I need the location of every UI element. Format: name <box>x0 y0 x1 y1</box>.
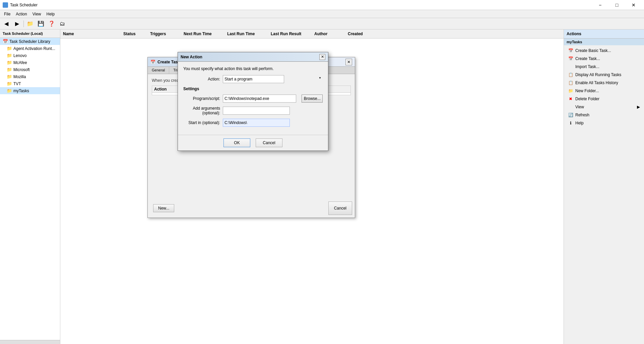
action-row: Action: Start a program Send an e-mail (… <box>183 75 323 83</box>
table-header: Name Status Triggers Next Run Time Last … <box>60 30 564 39</box>
action-label: View <box>575 105 584 109</box>
left-panel-scrollbar[interactable] <box>0 340 60 344</box>
action-new-folder[interactable]: 📁 New Folder... <box>564 87 644 95</box>
menu-file[interactable]: File <box>1 10 13 18</box>
create-task-cancel-btn[interactable]: Cancel <box>328 202 352 215</box>
args-label: Add arguments (optional): <box>183 106 220 115</box>
tree-item-mcafee[interactable]: 📁 McAfee <box>0 59 60 66</box>
tree-folder-icon: 📁 <box>7 74 12 79</box>
create-task-icon: 📅 <box>150 60 155 64</box>
actions-section: 📅 Create Basic Task... 📅 Create Task... … <box>564 45 644 128</box>
toolbar-folder[interactable]: 📁 <box>25 19 35 28</box>
action-display-running[interactable]: 📋 Display All Running Tasks <box>564 71 644 79</box>
col-last-result: Last Run Result <box>268 31 312 37</box>
toolbar-back[interactable]: ◀ <box>1 19 11 28</box>
tree-item-mozilla[interactable]: 📁 Mozilla <box>0 73 60 80</box>
action-label: Display All Running Tasks <box>575 72 621 77</box>
action-import-task[interactable]: Import Task... <box>564 63 644 71</box>
action-select[interactable]: Start a program Send an e-mail (deprecat… <box>223 75 284 83</box>
tree-folder-icon: 📁 <box>7 46 12 51</box>
args-row: Add arguments (optional): <box>183 106 323 115</box>
tree-item-label: Microsoft <box>13 67 30 72</box>
right-panel: Actions myTasks 📅 Create Basic Task... 📅… <box>564 30 644 344</box>
left-panel: Task Scheduler (Local) 📅 Task Scheduler … <box>0 30 60 344</box>
action-view[interactable]: View ▶ <box>564 103 644 111</box>
tree-folder-icon: 📁 <box>7 88 12 93</box>
new-action-footer: OK Cancel <box>178 135 328 151</box>
menu-help[interactable]: Help <box>44 10 58 18</box>
tree-item-label: Task Scheduler Library <box>9 39 50 44</box>
col-status: Status <box>121 31 147 37</box>
program-input[interactable] <box>223 95 296 103</box>
tree-item-microsoft[interactable]: 📁 Microsoft <box>0 66 60 73</box>
startin-input[interactable] <box>223 119 290 127</box>
args-input[interactable] <box>223 107 290 115</box>
view-arrow-icon: ▶ <box>637 105 640 109</box>
new-action-close-btn[interactable]: ✕ <box>319 54 325 60</box>
maximize-button[interactable]: □ <box>609 0 625 10</box>
action-refresh[interactable]: 🔄 Refresh <box>564 111 644 119</box>
tree-item-label: Lenovo <box>13 53 26 58</box>
action-create-task[interactable]: 📅 Create Task... <box>564 55 644 63</box>
tree-header: Task Scheduler (Local) <box>0 30 60 38</box>
tree-item-tvt[interactable]: 📁 TVT <box>0 80 60 87</box>
tree-item-scheduler-library[interactable]: 📅 Task Scheduler Library <box>0 38 60 45</box>
action-label: New Folder... <box>575 89 599 93</box>
import-icon <box>568 64 573 69</box>
new-action-dialog: New Action ✕ You must specify what actio… <box>178 52 328 151</box>
toolbar-save[interactable]: 💾 <box>36 19 46 28</box>
col-name: Name <box>60 31 121 37</box>
cancel-button[interactable]: Cancel <box>256 138 282 147</box>
view-icon <box>568 104 573 110</box>
ok-button[interactable]: OK <box>223 138 250 147</box>
menu-view[interactable]: View <box>30 10 44 18</box>
toolbar: ◀ ▶ 📁 💾 ❓ 🗂 <box>0 18 644 30</box>
minimize-button[interactable]: − <box>592 0 608 10</box>
startin-row: Start in (optional): <box>183 119 323 127</box>
create-task-new-btn[interactable]: New... <box>153 204 174 212</box>
col-author: Author <box>312 31 345 37</box>
tree-folder-icon: 📁 <box>7 60 12 65</box>
tab-general[interactable]: General <box>148 67 169 74</box>
tree-item-label: myTasks <box>13 89 29 93</box>
close-button[interactable]: ✕ <box>626 0 641 10</box>
actions-group-mytasks: myTasks <box>564 39 644 45</box>
col-next-run: Next Run Time <box>181 31 224 37</box>
title-bar: Task Scheduler − □ ✕ <box>0 0 644 10</box>
action-field-label: Action: <box>183 77 220 81</box>
col-last-run: Last Run Time <box>224 31 268 37</box>
action-create-basic-task[interactable]: 📅 Create Basic Task... <box>564 47 644 55</box>
action-help[interactable]: ℹ Help <box>564 119 644 127</box>
action-delete-folder[interactable]: ✖ Delete Folder <box>564 95 644 103</box>
create-basic-icon: 📅 <box>568 48 573 53</box>
action-enable-history[interactable]: 📋 Enable All Tasks History <box>564 79 644 87</box>
new-folder-icon: 📁 <box>568 88 573 94</box>
toolbar-extra[interactable]: 🗂 <box>57 19 67 28</box>
menu-action[interactable]: Action <box>13 10 29 18</box>
tree-folder-icon: 📁 <box>7 53 12 58</box>
browse-button[interactable]: Browse... <box>302 95 323 103</box>
create-task-close-btn[interactable]: ✕ <box>345 59 352 65</box>
new-action-titlebar: New Action ✕ <box>178 52 328 62</box>
tree-item-label: Mozilla <box>13 74 26 79</box>
tree-item-agent[interactable]: 📁 Agent Activation Runt... <box>0 45 60 52</box>
title-bar-left: Task Scheduler <box>3 2 38 8</box>
settings-label: Settings <box>183 87 323 91</box>
tree-item-lenovo[interactable]: 📁 Lenovo <box>0 52 60 59</box>
col-triggers: Triggers <box>147 31 181 37</box>
tree-folder-icon: 📁 <box>7 67 12 72</box>
tree-item-mytasks[interactable]: 📁 myTasks <box>0 87 60 94</box>
new-action-body: You must specify what action this task w… <box>178 62 328 135</box>
help-icon: ℹ <box>568 120 573 126</box>
right-panel-header: Actions <box>564 30 644 39</box>
tree-folder-icon: 📁 <box>7 81 12 86</box>
toolbar-forward[interactable]: ▶ <box>12 19 22 28</box>
action-label: Refresh <box>575 113 589 117</box>
create-task-icon: 📅 <box>568 56 573 61</box>
new-action-instruction: You must specify what action this task w… <box>183 66 323 71</box>
action-select-wrapper[interactable]: Start a program Send an e-mail (deprecat… <box>223 75 323 83</box>
startin-label: Start in (optional): <box>183 120 220 125</box>
new-action-title: New Action <box>181 55 202 59</box>
toolbar-help[interactable]: ❓ <box>47 19 57 28</box>
toolbar-sep1 <box>23 20 24 27</box>
